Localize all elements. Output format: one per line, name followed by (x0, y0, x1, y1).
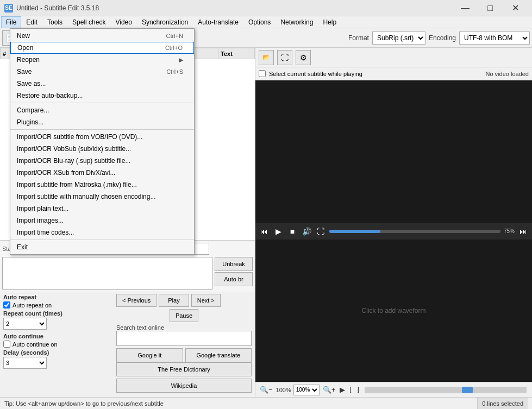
wf-mark-out[interactable]: ⌋ (355, 386, 360, 394)
zoom-in-button[interactable]: 🔍+ (322, 386, 337, 394)
select-subtitle-checkbox[interactable] (259, 70, 266, 77)
file-menu-item[interactable]: Plugins... (10, 116, 194, 128)
next-button[interactable]: Next > (191, 294, 221, 307)
rewind-button[interactable]: ⏮ (259, 227, 270, 236)
delay-label: Delay (seconds) (3, 349, 112, 356)
lines-selected: 0 lines selected (477, 398, 528, 409)
no-video-label: No video loaded (485, 71, 529, 77)
previous-button[interactable]: < Previous (116, 294, 157, 307)
title-bar-left: SE Untitled - Subtitle Edit 3.5.18 (4, 4, 99, 12)
file-menu-item[interactable]: Import images... (10, 215, 194, 226)
menu-synchronization[interactable]: Synchronization (137, 16, 193, 28)
left-controls: Auto repeat Auto repeat on Repeat count … (3, 294, 112, 395)
file-menu-item[interactable]: Import/OCR XSub from DivX/avi... (10, 167, 194, 179)
auto-br-button[interactable]: Auto br (215, 272, 253, 286)
fullscreen-button[interactable]: ⛶ (315, 227, 326, 236)
search-buttons: Google it Google translate (116, 348, 252, 362)
file-menu-item[interactable]: SaveCtrl+S (10, 66, 194, 78)
menu-autotranslate[interactable]: Auto-translate (193, 16, 243, 28)
waveform-toolbar: 🔍− 100% 100% 50% 75% 125% 150% 200% 🔍+ ▶… (255, 382, 532, 397)
file-menu-item[interactable]: Exit (10, 241, 194, 253)
file-menu-item[interactable]: Import time codes... (10, 226, 194, 238)
auto-repeat-checkbox[interactable] (3, 301, 10, 309)
close-button[interactable]: ✕ (503, 0, 528, 16)
bottom-controls: Auto repeat Auto repeat on Repeat count … (0, 292, 255, 397)
menu-file[interactable]: File (1, 16, 21, 28)
zoom-select[interactable]: 100% 50% 75% 125% 150% 200% (293, 385, 320, 395)
file-menu-item[interactable]: Import/OCR Blu-ray (.sup) subtitle file.… (10, 155, 194, 167)
delay-select[interactable]: 3 1 2 4 5 (3, 357, 47, 369)
title-bar: SE Untitled - Subtitle Edit 3.5.18 — □ ✕ (0, 0, 532, 16)
progress-bar[interactable] (329, 230, 500, 233)
google-it-button[interactable]: Google it (116, 348, 183, 362)
waveform-scrollbar[interactable] (365, 387, 527, 393)
search-input[interactable] (116, 331, 252, 346)
waveform-area[interactable]: Click to add waveform (255, 240, 532, 382)
auto-continue-checkbox[interactable] (3, 341, 10, 348)
file-menu-item[interactable]: Import plain text... (10, 203, 194, 215)
pause-button[interactable]: Pause (170, 309, 198, 322)
zoom-display: 100% (276, 387, 291, 393)
file-menu-item[interactable]: Restore auto-backup... (10, 90, 194, 102)
file-menu-item[interactable]: Save as... (10, 78, 194, 90)
wf-play-button[interactable]: ▶ (339, 386, 346, 394)
auto-repeat-checkbox-row: Auto repeat on (3, 301, 112, 309)
waveform-placeholder: Click to add waveform (361, 307, 425, 314)
file-menu-item[interactable]: OpenCtrl+O (10, 42, 194, 54)
encoding-label: Encoding (429, 34, 456, 42)
menu-options[interactable]: Options (243, 16, 276, 28)
menu-separator (10, 129, 194, 130)
app-title: Untitled - Subtitle Edit 3.5.18 (16, 4, 99, 12)
right-panel: 📂 ⛶ ⚙ Select current subtitle while play… (255, 48, 532, 397)
text-edit-area: Unbreak Auto br (2, 257, 253, 290)
play-video-button[interactable]: ▶ (273, 227, 284, 236)
file-menu-item[interactable]: Compare... (10, 104, 194, 116)
subtitle-text-input[interactable] (2, 257, 212, 290)
file-menu-item[interactable]: Import/OCR subtitle from VOB/IFO (DVD)..… (10, 131, 194, 143)
google-translate-button[interactable]: Google translate (185, 348, 252, 362)
unbreak-button[interactable]: Unbreak (215, 257, 253, 271)
file-menu-dropdown: NewCtrl+NOpenCtrl+OReopen▶SaveCtrl+SSave… (10, 28, 195, 255)
maximize-button[interactable]: □ (478, 0, 503, 16)
menu-tools[interactable]: Tools (42, 16, 67, 28)
auto-continue-group: Auto continue Auto continue on Delay (se… (3, 333, 112, 369)
stop-button[interactable]: ■ (287, 227, 298, 236)
play-button[interactable]: Play (159, 294, 189, 307)
menu-separator (10, 240, 194, 240)
menu-video[interactable]: Video (110, 16, 136, 28)
col-text: Text (218, 48, 255, 59)
format-label: Format (348, 34, 369, 42)
file-menu-item[interactable]: Import subtitle from Matroska (.mkv) fil… (10, 179, 194, 191)
file-menu-item[interactable]: NewCtrl+N (10, 30, 194, 42)
free-dictionary-button[interactable]: The Free Dictionary (116, 362, 252, 376)
menu-help[interactable]: Help (318, 16, 341, 28)
auto-continue-checkbox-row: Auto continue on (3, 341, 112, 348)
text-buttons: Unbreak Auto br (215, 257, 253, 290)
status-bar: Tip: Use <alt+arrow up/down> to go to pr… (0, 397, 532, 409)
repeat-count-select[interactable]: 2 1 3 4 5 (3, 318, 47, 330)
forward-button[interactable]: ⏭ (518, 227, 529, 236)
repeat-count-label: Repeat count (times) (3, 310, 112, 317)
menu-edit[interactable]: Edit (21, 16, 42, 28)
delay-group: Delay (seconds) 3 1 2 4 5 (3, 349, 112, 369)
wikipedia-button[interactable]: Wikipedia (116, 379, 252, 393)
wf-mark-in[interactable]: ⌊ (348, 386, 353, 394)
menu-networking[interactable]: Networking (276, 16, 318, 28)
video-controls: ⏮ ▶ ■ 🔊 ⛶ 75% ⏭ (255, 223, 532, 240)
encoding-select[interactable]: UTF-8 with BOM (459, 32, 530, 45)
minimize-button[interactable]: — (453, 0, 478, 16)
format-select[interactable]: SubRip (.srt) (372, 32, 425, 45)
mute-button[interactable]: 🔊 (301, 227, 312, 236)
file-menu-item[interactable]: Import subtitle with manually chosen enc… (10, 191, 194, 203)
video-toolbar: 📂 ⛶ ⚙ (255, 48, 532, 67)
video-fullscreen-btn[interactable]: ⛶ (277, 50, 292, 65)
file-menu-item[interactable]: Import/OCR VobSub (sub/idx) subtitle... (10, 143, 194, 155)
search-label: Search text online (116, 324, 252, 331)
menu-spellcheck[interactable]: Spell check (67, 16, 110, 28)
video-open-btn[interactable]: 📂 (259, 50, 274, 65)
zoom-out-button[interactable]: 🔍− (259, 386, 274, 394)
video-settings-btn[interactable]: ⚙ (296, 50, 311, 65)
file-menu-item[interactable]: Reopen▶ (10, 54, 194, 66)
auto-repeat-on-label: Auto repeat on (12, 302, 52, 309)
app-icon: SE (4, 4, 13, 12)
